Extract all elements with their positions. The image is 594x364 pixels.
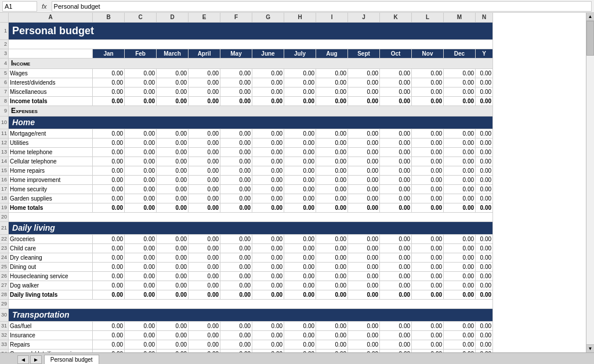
groceries-row: 22 Groceries 0.00 0.00 0.00 0.00 0.00 0.… [0,234,493,243]
misc-income-march[interactable]: 0.00 [157,87,189,96]
home-security-label: Home security [9,184,93,194]
wages-aug[interactable]: 0.00 [316,68,348,78]
mortgage-label: Mortgage/rent [9,129,93,138]
child-care-row: 23 Child care 0.00 0.00 0.00 0.00 0.00 0… [0,243,493,253]
interest-aug[interactable]: 0.00 [316,78,348,87]
expenses-header-row: 9 Expenses [0,105,493,116]
interest-year[interactable]: 0.00 [476,78,493,87]
wages-feb[interactable]: 0.00 [125,68,157,78]
misc-income-may[interactable]: 0.00 [220,87,252,96]
wages-sept[interactable]: 0.00 [348,68,380,78]
misc-income-aug[interactable]: 0.00 [316,87,348,96]
wages-april[interactable]: 0.00 [189,68,220,78]
month-feb: Feb [125,49,157,58]
wages-march[interactable]: 0.00 [157,68,189,78]
income-totals-sept: 0.00 [348,96,380,105]
row-20: 20 [0,212,493,221]
interest-march[interactable]: 0.00 [157,78,189,87]
wages-dec[interactable]: 0.00 [444,68,476,78]
grid[interactable]: A B C D E F G H I J K L M N [0,13,594,364]
wages-jan[interactable]: 0.00 [93,68,125,78]
transportation-section-row: 30 Transportation [0,308,493,321]
utilities-row: 12 Utilities 0.00 0.00 0.00 0.00 0.00 0.… [0,138,493,147]
interest-jan[interactable]: 0.00 [93,78,125,87]
repairs-label: Repairs [9,340,93,349]
wages-may[interactable]: 0.00 [220,68,252,78]
misc-income-june[interactable]: 0.00 [252,87,284,96]
sheet-tabs-bar: ◄ ► Personal budget [0,352,594,364]
income-header-row: 4 Income [0,58,493,68]
month-year: Y [476,49,493,58]
home-security-row: 17 Home security 0.00 0.00 0.00 0.00 0.0… [0,184,493,194]
personal-budget-tab[interactable]: Personal budget [44,355,99,364]
misc-income-jan[interactable]: 0.00 [93,87,125,96]
tab-nav-left[interactable]: ◄ [17,355,29,364]
home-section-header: Home [9,116,493,129]
income-totals-june: 0.00 [252,96,284,105]
month-aug: Aug [316,49,348,58]
wages-label: Wages [9,68,93,78]
insurance-label: Insurance [9,330,93,340]
wages-june[interactable]: 0.00 [252,68,284,78]
income-category-header: Income [9,58,493,68]
interest-sept[interactable]: 0.00 [348,78,380,87]
interest-june[interactable]: 0.00 [252,78,284,87]
dog-walker-row: 27 Dog walker 0.00 0.00 0.00 0.00 0.00 0… [0,281,493,290]
income-totals-march: 0.00 [157,96,189,105]
formula-bar[interactable]: Personal budget [52,1,592,12]
interest-dec[interactable]: 0.00 [444,78,476,87]
spreadsheet: A B C D E F G H I J K L M N [0,13,594,364]
gas-fuel-row: 31 Gas/fuel 0.00 0.00 0.00 0.00 0.00 0.0… [0,321,493,330]
cellular-row: 14 Cellular telephone 0.00 0.00 0.00 0.0… [0,156,493,166]
scrollbar-thumb[interactable] [586,21,594,56]
month-april: April [189,49,220,58]
interest-feb[interactable]: 0.00 [125,78,157,87]
misc-income-oct[interactable]: 0.00 [380,87,412,96]
tab-nav-right[interactable]: ► [30,355,42,364]
title-row: 1 Personal budget [0,22,493,39]
housecleaning-label: Housecleaning service [9,271,93,281]
wages-nov[interactable]: 0.00 [412,68,444,78]
dining-out-row: 25 Dining out 0.00 0.00 0.00 0.00 0.00 0… [0,262,493,271]
interest-nov[interactable]: 0.00 [412,78,444,87]
daily-living-totals-label: Daily living totals [9,290,93,299]
misc-income-label: Miscellaneous [9,87,93,96]
wages-row: 5 Wages 0.00 0.00 0.00 0.00 0.00 0.00 0.… [0,68,493,78]
vertical-scrollbar[interactable]: ▲ ▼ [586,13,594,352]
month-nov: Nov [412,49,444,58]
housecleaning-row: 26 Housecleaning service 0.00 0.00 0.00 … [0,271,493,281]
home-totals-label: Home totals [9,203,93,212]
income-totals-year: 0.00 [476,96,493,105]
interest-april[interactable]: 0.00 [189,78,220,87]
interest-oct[interactable]: 0.00 [380,78,412,87]
income-totals-jan: 0.00 [93,96,125,105]
scrollbar-down-arrow[interactable]: ▼ [586,344,594,352]
wages-oct[interactable]: 0.00 [380,68,412,78]
misc-income-year[interactable]: 0.00 [476,87,493,96]
month-oct: Oct [380,49,412,58]
income-totals-oct: 0.00 [380,96,412,105]
dog-walker-label: Dog walker [9,281,93,290]
misc-income-sept[interactable]: 0.00 [348,87,380,96]
month-july: July [284,49,316,58]
home-totals-row: 19 Home totals 0.00 0.00 0.00 0.00 0.00 … [0,203,493,212]
cell-reference[interactable] [2,1,37,12]
income-totals-label: Income totals [9,96,93,105]
misc-income-nov[interactable]: 0.00 [412,87,444,96]
income-totals-july: 0.00 [284,96,316,105]
month-sept: Sept [348,49,380,58]
misc-income-feb[interactable]: 0.00 [125,87,157,96]
income-totals-may: 0.00 [220,96,252,105]
mortgage-jan[interactable]: 0.00 [93,129,125,138]
interest-july[interactable]: 0.00 [284,78,316,87]
misc-income-july[interactable]: 0.00 [284,87,316,96]
wages-july[interactable]: 0.00 [284,68,316,78]
insurance-row: 32 Insurance 0.00 0.00 0.00 0.00 0.00 0.… [0,330,493,340]
misc-income-dec[interactable]: 0.00 [444,87,476,96]
scrollbar-up-arrow[interactable]: ▲ [586,13,594,21]
wages-year[interactable]: 0.00 [476,68,493,78]
misc-income-april[interactable]: 0.00 [189,87,220,96]
interest-label: Interest/dividends [9,78,93,87]
interest-may[interactable]: 0.00 [220,78,252,87]
row-2: 2 [0,39,493,49]
